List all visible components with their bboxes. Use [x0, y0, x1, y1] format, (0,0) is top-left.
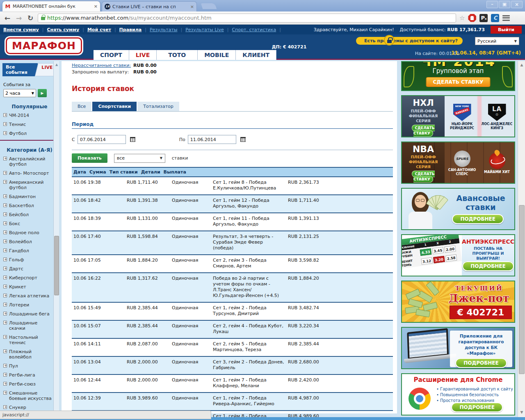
utility-link[interactable]: Внести сумму [3, 27, 39, 32]
details-button[interactable]: ПОДРОБНЕЕ [455, 358, 507, 368]
sidebar-item-category[interactable]: Киберспорт [3, 275, 59, 281]
sidebar-item-category[interactable]: Регби-лига [3, 372, 59, 378]
utility-link[interactable]: Мой счет [87, 27, 111, 32]
new-tab-button[interactable] [201, 3, 217, 9]
window-minimize-button[interactable]: – [486, 1, 498, 8]
window-close-button[interactable]: × [511, 1, 523, 8]
place-bet-button[interactable]: СДЕЛАТЬ СТАВКУ [412, 125, 434, 137]
apply-period-button[interactable]: ▶ [38, 89, 47, 97]
browser-menu-icon[interactable] [502, 15, 510, 21]
expand-plus-icon[interactable] [3, 405, 7, 409]
logout-button[interactable]: Выйти [491, 26, 522, 34]
sidebar-item-category[interactable]: Смешанные боевые искусства [3, 390, 59, 401]
sidebar-item-category[interactable]: Баскетбол [3, 203, 59, 208]
utility-link[interactable]: Правила [119, 27, 142, 32]
browser-tab-stavki-live[interactable]: 1X Ставки LIVE – ставки на сп × [102, 1, 197, 11]
banner-jackpot[interactable]: ТЕКУЩИЙ Джек-пот € 402721 [401, 281, 515, 323]
utility-link-secondary[interactable]: Спорт. статистика [232, 27, 276, 32]
sidebar-item-category[interactable]: Лошадиные бега [3, 311, 59, 317]
details-button[interactable]: ПОДРОБНЕЕ [451, 402, 503, 412]
expand-plus-icon[interactable] [3, 194, 7, 198]
adblock-extension-icon[interactable] [468, 14, 476, 22]
expand-plus-icon[interactable] [3, 276, 7, 279]
period-select[interactable]: 2 часа ▼ [3, 89, 36, 97]
sidebar-item-category[interactable]: Австралийский футбол [3, 156, 59, 167]
c-extension-icon[interactable]: C [491, 14, 499, 22]
expand-plus-icon[interactable] [3, 249, 7, 252]
sidebar-item-category[interactable]: Бейсбол [3, 212, 59, 217]
banner-world-cup[interactable]: ЧМ 2014 Групповой этап СДЕЛАТЬ СТАВКУ [401, 61, 515, 91]
place-bet-button[interactable]: СДЕЛАТЬ СТАВКУ [426, 77, 491, 87]
tab-close-icon[interactable]: × [94, 4, 98, 9]
banner-access-app[interactable]: Приложение для гарантированного доступа … [401, 327, 515, 369]
expand-plus-icon[interactable] [3, 382, 7, 386]
show-button[interactable]: Показать [72, 153, 107, 163]
expand-plus-icon[interactable] [3, 321, 7, 324]
utility-link[interactable]: Снять сумму [47, 27, 79, 32]
sidebar-item-category[interactable]: Пул [3, 363, 59, 369]
expand-plus-icon[interactable] [3, 231, 7, 234]
expand-plus-icon[interactable] [3, 303, 7, 306]
expand-plus-icon[interactable] [3, 267, 7, 270]
browser-tab-marathonbet[interactable]: M MARATHONBET онлайн бук × [2, 1, 100, 11]
reload-button[interactable]: ↻ [26, 14, 34, 22]
scroll-up-icon[interactable]: ▲ [54, 62, 59, 67]
banner-nba-final[interactable]: NBA ПЛЕЙ-ОФФ ФИНАЛЬНАЯ СЕРИЯ СДЕЛАТЬ СТА… [401, 142, 515, 184]
bookmark-star-icon[interactable]: ☆ [459, 14, 465, 22]
page-scrollbar-thumb[interactable] [519, 205, 525, 374]
scroll-down-icon[interactable]: ▼ [519, 409, 525, 415]
sidebar-item-category[interactable]: Американский футбол [3, 180, 59, 190]
sidebar-item-category[interactable]: Регби-союз [3, 381, 59, 387]
expand-plus-icon[interactable] [3, 391, 7, 395]
expand-plus-icon[interactable] [3, 203, 7, 207]
address-bar[interactable]: https://www.marathonbet.com/su/myaccount… [38, 14, 456, 23]
date-to-input[interactable] [188, 135, 236, 144]
calendar-icon[interactable] [130, 137, 135, 142]
sidebar-item-category[interactable]: Лотереи [3, 302, 59, 308]
language-select[interactable]: Русский ▼ [475, 37, 519, 45]
expand-plus-icon[interactable] [3, 113, 7, 117]
details-button[interactable]: ПОДРОБНЕЕ [462, 261, 514, 271]
sidebar-item-category[interactable]: Гандбол [3, 248, 59, 253]
expand-plus-icon[interactable] [3, 312, 7, 315]
date-from-input[interactable] [78, 135, 126, 144]
sidebar-item-category[interactable]: Настольный теннис [3, 335, 59, 345]
sidebar-item-category[interactable]: Пляжный волейбол [3, 349, 59, 360]
expand-plus-icon[interactable] [3, 240, 7, 243]
sidebar-item-category[interactable]: Дартс [3, 266, 59, 272]
nav-tab-live[interactable]: LIVE [129, 50, 157, 60]
sidebar-item-category[interactable]: Легкая атлетика [3, 293, 59, 299]
expand-plus-icon[interactable] [3, 294, 7, 297]
expand-plus-icon[interactable] [3, 122, 7, 126]
sidebar-item-category[interactable]: Бокс [3, 221, 59, 226]
access-problems-link[interactable]: Есть проблемы с доступом к сайту? [356, 37, 463, 45]
calendar-icon[interactable] [240, 137, 246, 142]
unsettled-bets-link[interactable]: Нерассчитанные ставки: [72, 63, 133, 68]
banner-chrome-extension[interactable]: Расширение для Chrome Гарантированный до… [401, 373, 515, 415]
sidebar-tab-all-events[interactable]: Все события [2, 63, 38, 76]
banner-antiexpress[interactable]: АНТИЭКСПРЕСС НАЗВАНИЕ 1 X 2 АНЖИ РУБИН 4… [401, 234, 515, 276]
details-button[interactable]: ПОДРОБНЕЕ [452, 214, 504, 224]
banner-nhl-final[interactable]: НХЛ ПЛЕЙ-ОФФ ФИНАЛЬНАЯ СЕРИЯ СДЕЛАТЬ СТА… [401, 95, 515, 137]
tab-all-bets[interactable]: Все [72, 102, 91, 111]
tab-close-icon[interactable]: × [190, 4, 194, 9]
expand-plus-icon[interactable] [3, 373, 7, 377]
place-bet-button[interactable]: СДЕЛАТЬ СТАВКУ [412, 171, 434, 183]
sidebar-item-popular[interactable]: Теннис [3, 122, 59, 127]
expand-plus-icon[interactable] [3, 285, 7, 288]
scroll-up-icon[interactable]: ▲ [519, 62, 525, 68]
sidebar-item-category[interactable]: Волейбол [3, 239, 59, 244]
p-extension-icon[interactable]: Px [479, 14, 488, 22]
marafon-logo[interactable]: МАРАФОН [6, 37, 82, 54]
expand-plus-icon[interactable] [3, 221, 7, 225]
sidebar-item-popular[interactable]: ЧМ-2014 [3, 113, 59, 118]
expand-plus-icon[interactable] [3, 171, 7, 175]
forward-button[interactable]: → [15, 14, 23, 22]
tab-sport-bets[interactable]: Спортставки [92, 102, 137, 111]
sidebar-item-category[interactable]: Бадминтон [3, 194, 59, 199]
utility-link-secondary[interactable]: Результаты [150, 27, 178, 32]
sidebar-item-category[interactable]: Авто- Мотоспорт [3, 171, 59, 176]
nav-tab-mobile[interactable]: MOBILE [198, 50, 236, 60]
tab-totalizator[interactable]: Тотализатор [137, 102, 179, 111]
sidebar-item-category[interactable]: Снукер [3, 405, 59, 410]
